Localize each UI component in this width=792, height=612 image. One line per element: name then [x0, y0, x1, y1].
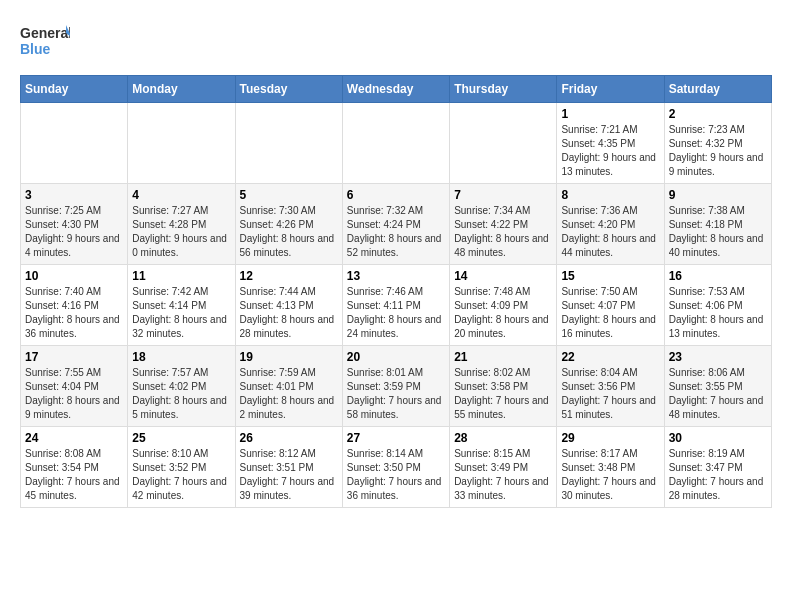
calendar-day-cell: 12Sunrise: 7:44 AM Sunset: 4:13 PM Dayli…	[235, 265, 342, 346]
weekday-header-cell: Saturday	[664, 76, 771, 103]
day-info: Sunrise: 8:04 AM Sunset: 3:56 PM Dayligh…	[561, 366, 659, 422]
calendar-day-cell: 27Sunrise: 8:14 AM Sunset: 3:50 PM Dayli…	[342, 427, 449, 508]
calendar-day-cell: 22Sunrise: 8:04 AM Sunset: 3:56 PM Dayli…	[557, 346, 664, 427]
weekday-header-cell: Sunday	[21, 76, 128, 103]
calendar-day-cell: 2Sunrise: 7:23 AM Sunset: 4:32 PM Daylig…	[664, 103, 771, 184]
day-number: 21	[454, 350, 552, 364]
day-number: 23	[669, 350, 767, 364]
day-number: 5	[240, 188, 338, 202]
calendar-day-cell: 7Sunrise: 7:34 AM Sunset: 4:22 PM Daylig…	[450, 184, 557, 265]
day-info: Sunrise: 7:34 AM Sunset: 4:22 PM Dayligh…	[454, 204, 552, 260]
calendar-day-cell: 13Sunrise: 7:46 AM Sunset: 4:11 PM Dayli…	[342, 265, 449, 346]
calendar-day-cell	[128, 103, 235, 184]
day-number: 30	[669, 431, 767, 445]
day-number: 16	[669, 269, 767, 283]
calendar-day-cell: 25Sunrise: 8:10 AM Sunset: 3:52 PM Dayli…	[128, 427, 235, 508]
day-info: Sunrise: 7:40 AM Sunset: 4:16 PM Dayligh…	[25, 285, 123, 341]
calendar-day-cell: 4Sunrise: 7:27 AM Sunset: 4:28 PM Daylig…	[128, 184, 235, 265]
calendar-day-cell: 24Sunrise: 8:08 AM Sunset: 3:54 PM Dayli…	[21, 427, 128, 508]
day-info: Sunrise: 8:08 AM Sunset: 3:54 PM Dayligh…	[25, 447, 123, 503]
day-info: Sunrise: 8:12 AM Sunset: 3:51 PM Dayligh…	[240, 447, 338, 503]
day-info: Sunrise: 8:17 AM Sunset: 3:48 PM Dayligh…	[561, 447, 659, 503]
day-info: Sunrise: 7:30 AM Sunset: 4:26 PM Dayligh…	[240, 204, 338, 260]
calendar-day-cell: 11Sunrise: 7:42 AM Sunset: 4:14 PM Dayli…	[128, 265, 235, 346]
day-info: Sunrise: 7:23 AM Sunset: 4:32 PM Dayligh…	[669, 123, 767, 179]
day-number: 1	[561, 107, 659, 121]
day-number: 15	[561, 269, 659, 283]
day-number: 13	[347, 269, 445, 283]
day-info: Sunrise: 7:25 AM Sunset: 4:30 PM Dayligh…	[25, 204, 123, 260]
day-number: 24	[25, 431, 123, 445]
calendar-day-cell: 18Sunrise: 7:57 AM Sunset: 4:02 PM Dayli…	[128, 346, 235, 427]
day-info: Sunrise: 7:48 AM Sunset: 4:09 PM Dayligh…	[454, 285, 552, 341]
calendar-week-row: 24Sunrise: 8:08 AM Sunset: 3:54 PM Dayli…	[21, 427, 772, 508]
logo-svg: General Blue	[20, 20, 70, 65]
weekday-header-cell: Monday	[128, 76, 235, 103]
calendar-day-cell	[21, 103, 128, 184]
day-number: 28	[454, 431, 552, 445]
calendar-day-cell: 15Sunrise: 7:50 AM Sunset: 4:07 PM Dayli…	[557, 265, 664, 346]
day-number: 8	[561, 188, 659, 202]
day-number: 6	[347, 188, 445, 202]
svg-text:Blue: Blue	[20, 41, 51, 57]
calendar-day-cell: 8Sunrise: 7:36 AM Sunset: 4:20 PM Daylig…	[557, 184, 664, 265]
day-number: 27	[347, 431, 445, 445]
weekday-header-cell: Thursday	[450, 76, 557, 103]
calendar-day-cell: 21Sunrise: 8:02 AM Sunset: 3:58 PM Dayli…	[450, 346, 557, 427]
day-number: 4	[132, 188, 230, 202]
calendar-day-cell: 6Sunrise: 7:32 AM Sunset: 4:24 PM Daylig…	[342, 184, 449, 265]
svg-text:General: General	[20, 25, 70, 41]
calendar-day-cell: 23Sunrise: 8:06 AM Sunset: 3:55 PM Dayli…	[664, 346, 771, 427]
calendar-day-cell	[342, 103, 449, 184]
day-info: Sunrise: 7:59 AM Sunset: 4:01 PM Dayligh…	[240, 366, 338, 422]
calendar-day-cell: 3Sunrise: 7:25 AM Sunset: 4:30 PM Daylig…	[21, 184, 128, 265]
day-info: Sunrise: 7:46 AM Sunset: 4:11 PM Dayligh…	[347, 285, 445, 341]
day-number: 25	[132, 431, 230, 445]
day-number: 12	[240, 269, 338, 283]
calendar-day-cell: 14Sunrise: 7:48 AM Sunset: 4:09 PM Dayli…	[450, 265, 557, 346]
day-number: 17	[25, 350, 123, 364]
calendar-day-cell: 10Sunrise: 7:40 AM Sunset: 4:16 PM Dayli…	[21, 265, 128, 346]
calendar-week-row: 17Sunrise: 7:55 AM Sunset: 4:04 PM Dayli…	[21, 346, 772, 427]
day-info: Sunrise: 8:02 AM Sunset: 3:58 PM Dayligh…	[454, 366, 552, 422]
calendar-week-row: 1Sunrise: 7:21 AM Sunset: 4:35 PM Daylig…	[21, 103, 772, 184]
day-number: 2	[669, 107, 767, 121]
day-info: Sunrise: 7:50 AM Sunset: 4:07 PM Dayligh…	[561, 285, 659, 341]
day-info: Sunrise: 7:27 AM Sunset: 4:28 PM Dayligh…	[132, 204, 230, 260]
weekday-header-cell: Friday	[557, 76, 664, 103]
logo: General Blue	[20, 20, 70, 65]
day-info: Sunrise: 7:53 AM Sunset: 4:06 PM Dayligh…	[669, 285, 767, 341]
day-number: 20	[347, 350, 445, 364]
day-info: Sunrise: 7:55 AM Sunset: 4:04 PM Dayligh…	[25, 366, 123, 422]
calendar: SundayMondayTuesdayWednesdayThursdayFrid…	[20, 75, 772, 508]
day-info: Sunrise: 8:14 AM Sunset: 3:50 PM Dayligh…	[347, 447, 445, 503]
day-info: Sunrise: 8:15 AM Sunset: 3:49 PM Dayligh…	[454, 447, 552, 503]
day-number: 22	[561, 350, 659, 364]
header: General Blue	[20, 20, 772, 65]
calendar-day-cell: 1Sunrise: 7:21 AM Sunset: 4:35 PM Daylig…	[557, 103, 664, 184]
weekday-header-cell: Tuesday	[235, 76, 342, 103]
calendar-day-cell: 26Sunrise: 8:12 AM Sunset: 3:51 PM Dayli…	[235, 427, 342, 508]
day-info: Sunrise: 8:19 AM Sunset: 3:47 PM Dayligh…	[669, 447, 767, 503]
day-number: 19	[240, 350, 338, 364]
day-info: Sunrise: 7:32 AM Sunset: 4:24 PM Dayligh…	[347, 204, 445, 260]
day-info: Sunrise: 7:21 AM Sunset: 4:35 PM Dayligh…	[561, 123, 659, 179]
calendar-day-cell: 20Sunrise: 8:01 AM Sunset: 3:59 PM Dayli…	[342, 346, 449, 427]
calendar-day-cell	[235, 103, 342, 184]
calendar-day-cell: 5Sunrise: 7:30 AM Sunset: 4:26 PM Daylig…	[235, 184, 342, 265]
calendar-week-row: 10Sunrise: 7:40 AM Sunset: 4:16 PM Dayli…	[21, 265, 772, 346]
calendar-day-cell: 28Sunrise: 8:15 AM Sunset: 3:49 PM Dayli…	[450, 427, 557, 508]
calendar-day-cell: 30Sunrise: 8:19 AM Sunset: 3:47 PM Dayli…	[664, 427, 771, 508]
day-number: 10	[25, 269, 123, 283]
calendar-body: 1Sunrise: 7:21 AM Sunset: 4:35 PM Daylig…	[21, 103, 772, 508]
weekday-header-row: SundayMondayTuesdayWednesdayThursdayFrid…	[21, 76, 772, 103]
day-number: 9	[669, 188, 767, 202]
day-number: 3	[25, 188, 123, 202]
day-number: 18	[132, 350, 230, 364]
day-info: Sunrise: 8:01 AM Sunset: 3:59 PM Dayligh…	[347, 366, 445, 422]
day-number: 29	[561, 431, 659, 445]
day-info: Sunrise: 7:38 AM Sunset: 4:18 PM Dayligh…	[669, 204, 767, 260]
calendar-day-cell: 19Sunrise: 7:59 AM Sunset: 4:01 PM Dayli…	[235, 346, 342, 427]
day-info: Sunrise: 7:36 AM Sunset: 4:20 PM Dayligh…	[561, 204, 659, 260]
day-info: Sunrise: 7:42 AM Sunset: 4:14 PM Dayligh…	[132, 285, 230, 341]
